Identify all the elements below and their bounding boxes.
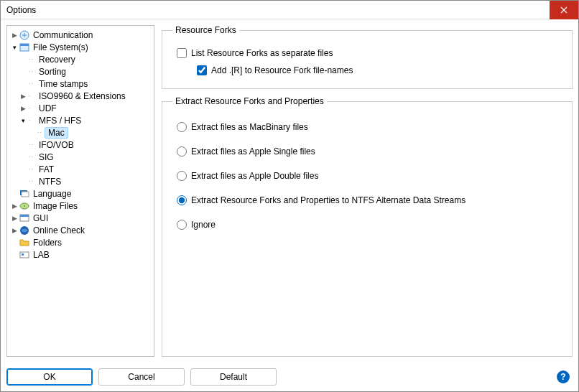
tree-item-gui[interactable]: ▶ GUI — [9, 212, 152, 224]
list-forks-row[interactable]: List Resource Forks as separate files — [177, 48, 562, 58]
chevron-down-icon[interactable]: ▾ — [10, 44, 19, 51]
svg-rect-8 — [20, 215, 29, 217]
extract-radio-4[interactable] — [177, 220, 187, 230]
tree-connector-icon: · — [27, 105, 37, 111]
cancel-button[interactable]: Cancel — [98, 368, 185, 386]
svg-rect-11 — [22, 253, 24, 256]
extract-option-3[interactable]: Extract Resource Forks and Properties to… — [177, 195, 562, 205]
titlebar: Options — [1, 1, 578, 19]
tree-item-udf[interactable]: ▶ · UDF — [9, 102, 152, 114]
svg-rect-10 — [20, 252, 29, 258]
extract-label-1: Extract files as Apple Single files — [191, 146, 315, 157]
tree-item-recovery[interactable]: ·· Recovery — [9, 53, 152, 65]
extract-radio-1[interactable] — [177, 146, 187, 157]
window-title: Options — [1, 5, 36, 15]
tree-item-language[interactable]: Language — [9, 187, 152, 200]
communication-icon — [19, 29, 30, 41]
tree-item-file-system[interactable]: ▾ File System(s) — [9, 41, 152, 53]
close-button[interactable] — [550, 1, 578, 19]
resource-forks-group: Resource Forks List Resource Forks as se… — [162, 25, 573, 89]
content-panel: Resource Forks List Resource Forks as se… — [162, 25, 573, 357]
folder-icon — [19, 237, 30, 248]
tree-item-mfs-hfs[interactable]: ▾ · MFS / HFS — [9, 114, 152, 126]
tree-item-lab[interactable]: LAB — [9, 248, 152, 261]
online-check-icon — [19, 225, 30, 236]
extract-forks-group: Extract Resource Forks and Properties Ex… — [162, 96, 573, 357]
chevron-right-icon[interactable]: ▶ — [19, 105, 27, 112]
gui-icon — [19, 213, 30, 224]
tree-item-online-check[interactable]: ▶ Online Check — [9, 224, 152, 236]
extract-label-2: Extract files as Apple Double files — [191, 171, 318, 181]
tree-item-iso9960[interactable]: ▶ · ISO9960 & Extensions — [9, 90, 152, 102]
chevron-right-icon[interactable]: ▶ — [10, 215, 19, 222]
default-button[interactable]: Default — [190, 368, 277, 386]
tree-connector-icon: ·· — [27, 141, 37, 148]
tree-connector-icon: ·· — [27, 154, 37, 160]
dialog-footer: OK Cancel Default ? — [1, 363, 578, 391]
tree-connector-icon: · — [27, 117, 37, 123]
extract-label-0: Extract files as MacBinary files — [191, 122, 308, 132]
extract-label-4: Ignore — [191, 220, 216, 230]
tree-item-folders[interactable]: Folders — [9, 236, 152, 248]
svg-rect-4 — [22, 192, 29, 197]
lab-icon — [19, 249, 30, 261]
close-icon — [560, 6, 568, 14]
ok-button[interactable]: OK — [6, 368, 93, 386]
extract-option-2[interactable]: Extract files as Apple Double files — [177, 171, 562, 181]
tree-item-ntfs[interactable]: ·· NTFS — [9, 175, 152, 187]
tree-connector-icon: · — [27, 93, 37, 99]
image-files-icon — [19, 200, 30, 212]
chevron-right-icon[interactable]: ▶ — [10, 32, 19, 39]
svg-point-6 — [24, 205, 25, 207]
chevron-right-icon[interactable]: ▶ — [10, 227, 19, 234]
tree-connector-icon: ·· — [27, 56, 37, 62]
tree-item-mac[interactable]: ·· Mac — [9, 126, 152, 139]
group2-legend: Extract Resource Forks and Properties — [172, 96, 327, 106]
chevron-right-icon[interactable]: ▶ — [19, 93, 27, 100]
extract-radio-0[interactable] — [177, 122, 187, 132]
list-forks-label: List Resource Forks as separate files — [191, 48, 333, 58]
tree-connector-icon: ·· — [27, 178, 37, 185]
language-icon — [19, 188, 30, 200]
add-r-checkbox[interactable] — [197, 65, 207, 75]
group1-legend: Resource Forks — [172, 25, 239, 35]
tree-connector-icon: ·· — [27, 166, 37, 172]
extract-option-1[interactable]: Extract files as Apple Single files — [177, 146, 562, 157]
tree-item-fat[interactable]: ·· FAT — [9, 163, 152, 175]
tree-item-sorting[interactable]: ·· Sorting — [9, 65, 152, 78]
tree-item-ifo-vob[interactable]: ·· IFO/VOB — [9, 139, 152, 151]
tree-item-sig[interactable]: ·· SIG — [9, 151, 152, 163]
tree-item-communication[interactable]: ▶ Communication — [9, 29, 152, 41]
add-r-label: Add .[R] to Resource Fork file-names — [211, 65, 353, 75]
extract-radio-3[interactable] — [177, 195, 187, 205]
add-r-row[interactable]: Add .[R] to Resource Fork file-names — [197, 65, 562, 75]
file-system-icon — [19, 42, 30, 53]
chevron-down-icon[interactable]: ▾ — [19, 117, 27, 124]
tree-connector-icon: ·· — [27, 80, 37, 87]
help-button[interactable]: ? — [557, 370, 570, 383]
list-forks-checkbox[interactable] — [177, 48, 187, 58]
options-tree[interactable]: ▶ Communication ▾ File System(s) ·· Reco… — [6, 25, 154, 357]
extract-radio-2[interactable] — [177, 171, 187, 181]
svg-rect-2 — [20, 44, 29, 46]
chevron-right-icon[interactable]: ▶ — [10, 202, 19, 210]
extract-option-4[interactable]: Ignore — [177, 220, 562, 230]
extract-option-0[interactable]: Extract files as MacBinary files — [177, 122, 562, 132]
tree-connector-icon: ·· — [27, 68, 37, 75]
extract-label-3: Extract Resource Forks and Properties to… — [191, 195, 465, 205]
tree-item-time-stamps[interactable]: ·· Time stamps — [9, 78, 152, 90]
tree-item-image-files[interactable]: ▶ Image Files — [9, 200, 152, 212]
